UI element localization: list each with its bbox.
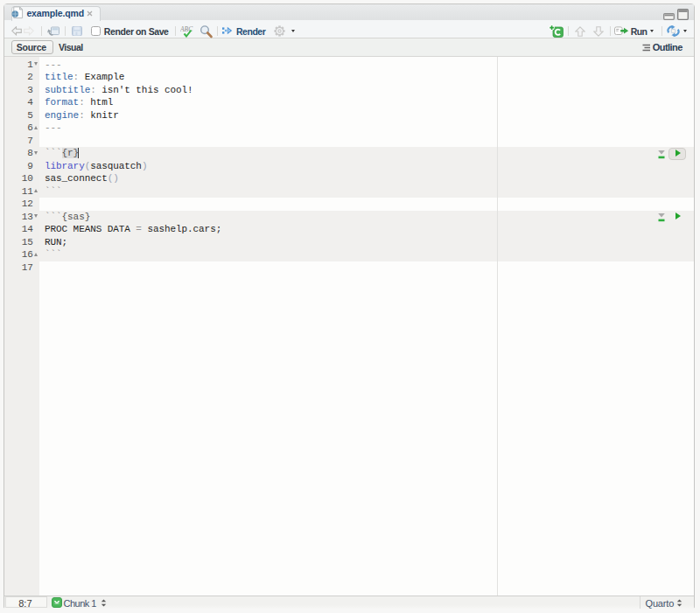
svg-text:ABC: ABC: [180, 25, 193, 33]
